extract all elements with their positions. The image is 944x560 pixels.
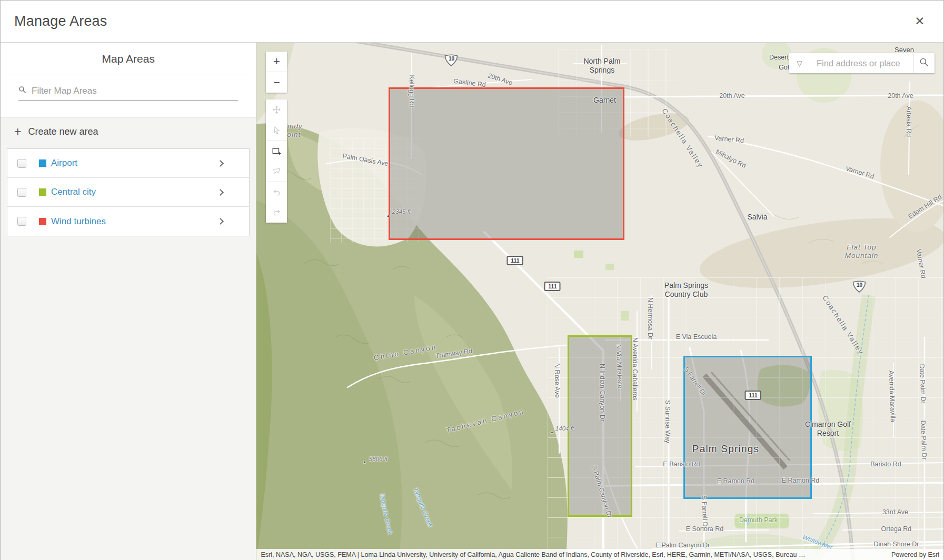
- area-row-wind-turbines[interactable]: Wind turbines: [7, 207, 249, 236]
- draw-polygon-tool-button[interactable]: [266, 161, 287, 182]
- chevron-right-icon[interactable]: [217, 218, 224, 225]
- dropdown-triangle-icon: ▽: [797, 59, 802, 67]
- area-color-swatch: [39, 159, 46, 167]
- area-row-airport[interactable]: Airport: [7, 149, 249, 178]
- redo-button[interactable]: [266, 202, 287, 223]
- area-label[interactable]: Central city: [51, 187, 218, 197]
- plus-icon: +: [14, 126, 21, 138]
- dialog-header: Manage Areas ✕: [1, 1, 943, 43]
- area-checkbox[interactable]: [17, 217, 26, 226]
- page-title: Manage Areas: [14, 13, 107, 29]
- search-widget: ▽: [789, 53, 935, 73]
- zoom-widget: + −: [266, 52, 287, 93]
- wind-turbines-area[interactable]: [389, 87, 624, 240]
- map-attribution: Esri, NASA, NGA, USGS, FEMA | Loma Linda…: [256, 549, 943, 560]
- search-dropdown-button[interactable]: ▽: [789, 53, 810, 73]
- search-submit-button[interactable]: [913, 53, 935, 73]
- area-checkbox[interactable]: [17, 188, 26, 197]
- area-color-swatch: [39, 218, 46, 225]
- area-color-swatch: [39, 188, 46, 196]
- sketch-tool-palette: [266, 99, 287, 223]
- select-tool-button[interactable]: [266, 120, 287, 141]
- search-icon: [919, 57, 929, 69]
- panel-title: Map Areas: [1, 43, 256, 75]
- pan-tool-button[interactable]: [266, 99, 287, 120]
- chevron-right-icon[interactable]: [217, 160, 224, 167]
- search-icon: [18, 86, 27, 96]
- sidebar-body: + Create new area Airport Central city: [1, 117, 256, 560]
- airport-area[interactable]: [683, 356, 812, 499]
- central-city-area[interactable]: [568, 335, 632, 517]
- map-areas-panel: Map Areas + Create new area: [1, 43, 256, 560]
- draw-rectangle-tool-button[interactable]: [266, 141, 287, 161]
- zoom-in-button[interactable]: +: [266, 52, 287, 72]
- area-label[interactable]: Airport: [51, 158, 218, 168]
- attribution-text: Esri, NASA, NGA, USGS, FEMA | Loma Linda…: [261, 551, 805, 558]
- filter-block: [1, 75, 256, 117]
- manage-areas-dialog: Manage Areas ✕ Map Areas + Create new ar…: [0, 0, 944, 560]
- map-canvas[interactable]: North Palm SpringsGarnetSalviaPalm Sprin…: [256, 43, 943, 560]
- find-address-input[interactable]: [810, 53, 913, 73]
- area-checkbox[interactable]: [17, 159, 26, 168]
- area-label[interactable]: Wind turbines: [51, 216, 218, 227]
- create-new-area-button[interactable]: + Create new area: [1, 117, 256, 144]
- filter-map-areas-input[interactable]: [32, 86, 238, 96]
- powered-by-esri: Powered by Esri: [884, 551, 939, 558]
- undo-button[interactable]: [266, 182, 287, 202]
- area-list: Airport Central city Wind turbines: [7, 148, 250, 236]
- area-row-central-city[interactable]: Central city: [7, 178, 249, 207]
- close-icon[interactable]: ✕: [911, 13, 929, 31]
- chevron-right-icon[interactable]: [217, 189, 224, 196]
- zoom-out-button[interactable]: −: [266, 72, 287, 93]
